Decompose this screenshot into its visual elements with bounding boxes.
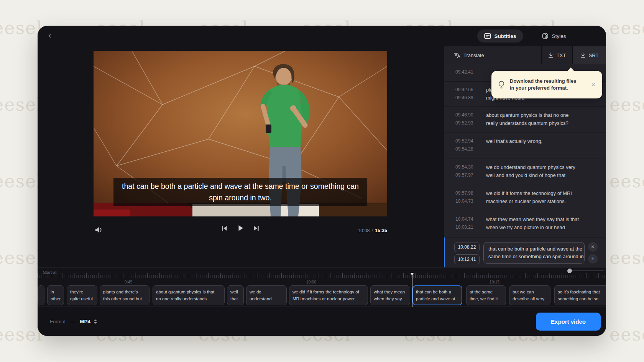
ruler-label: 10:15 <box>490 280 499 284</box>
subtitle-row[interactable]: 09:57.9810:04.73we did if it forms the t… <box>444 185 606 211</box>
lightbulb-icon <box>498 80 505 89</box>
back-button[interactable]: ‹ <box>44 30 55 41</box>
subtitles-sidebar: Subtitles Styles <box>444 26 606 267</box>
download-icon <box>580 52 586 58</box>
watermark-text: eesel <box>0 247 43 268</box>
subtitle-text: well that's actually wrong, <box>486 137 542 159</box>
subtitle-times: 09:52.9409:54.28 <box>455 137 486 159</box>
volume-icon[interactable] <box>94 226 104 234</box>
subtitle-row[interactable]: 09:52.9409:54.28well that's actually wro… <box>444 133 606 159</box>
desktop-background: eeseleeseleeseleeseleeseleeseleeseleesel… <box>0 0 644 362</box>
subtitle-text: we did if it forms the technology of MRI… <box>486 189 572 211</box>
export-video-button[interactable]: Export video <box>536 313 601 331</box>
current-time: 10:08 <box>358 228 370 233</box>
subtitle-toolbar: Translate TXT SRT <box>444 46 606 64</box>
watermark-text: eesel <box>610 171 644 192</box>
watermark-text: eesel <box>0 94 43 115</box>
ruler-label: 10:00 <box>306 280 316 284</box>
watermark-text: eesel <box>0 324 43 345</box>
tooltip-text: Download the resulting files in your pre… <box>510 78 589 92</box>
tooltip-close-button[interactable]: × <box>589 79 598 90</box>
watermark-text: eesel <box>610 94 644 115</box>
time-inputs: 10:08.22 10:12.41 <box>454 242 480 264</box>
styles-icon <box>542 33 549 39</box>
translate-button[interactable]: Translate <box>444 46 541 64</box>
srt-label: SRT <box>589 52 599 58</box>
timeline-segment[interactable]: inother <box>47 285 64 305</box>
total-time: 15:35 <box>375 228 387 233</box>
video-preview[interactable]: that can be both a particle and wave at … <box>94 51 387 216</box>
translate-icon <box>454 52 460 58</box>
playhead[interactable] <box>412 273 412 307</box>
timeline-ruler[interactable] <box>38 273 606 278</box>
subtitle-text-input[interactable]: that can be both a particle and wave at … <box>483 242 585 264</box>
subtitle-input-line-1: that can be both a particle and wave at … <box>488 245 580 253</box>
subtitle-input-line-2: same time or something can spin around i… <box>488 253 580 260</box>
timeline-segment[interactable]: what they meanwhen they say <box>370 285 410 305</box>
tab-subtitles-label: Subtitles <box>495 33 516 39</box>
caption-line-2: spin around in two. <box>122 192 359 203</box>
timeline-segment[interactable]: so it's fascinating thatsomething can be… <box>554 285 606 305</box>
tab-subtitles[interactable]: Subtitles <box>477 29 523 43</box>
timeline-segment[interactable] <box>38 285 44 305</box>
subtitles-icon <box>484 33 491 39</box>
play-icon[interactable] <box>237 224 245 232</box>
timeline-segment[interactable]: wellthat <box>227 285 244 305</box>
timeline-segment[interactable]: we did if it forms the technology ofMRI … <box>289 285 368 305</box>
timeline-segment[interactable]: at the sametime, we find it <box>466 285 506 305</box>
translate-label: Translate <box>463 52 484 58</box>
timeline-segments: inotherthey'requite usefulplants and the… <box>38 285 606 307</box>
timeline-segment[interactable]: we dounderstand <box>246 285 287 305</box>
time-display: 10:08/15:35 <box>358 228 387 233</box>
main-area: ‹ <box>38 26 444 267</box>
format-stepper-icon[interactable] <box>94 319 97 324</box>
previous-icon[interactable] <box>221 225 228 232</box>
timeline: Start at 9:45 10:00 10:15 inotherthey're… <box>38 267 606 306</box>
end-time-input[interactable]: 10:12.41 <box>454 254 480 264</box>
format-select[interactable]: MP4 <box>80 319 90 324</box>
timeline-segment[interactable]: about quantum physics is thatno one real… <box>153 285 225 305</box>
bottom-bar: Format — MP4 Export video <box>38 306 606 336</box>
format-label: Format <box>50 319 66 324</box>
timeline-segment-active[interactable]: that can be both aparticle and wave at <box>412 285 462 305</box>
caption-line-1: that can be both a particle and wave at … <box>122 180 359 192</box>
timeline-zoom-slider[interactable] <box>567 269 605 273</box>
delete-subtitle-button[interactable]: × <box>588 242 598 252</box>
timeline-segment[interactable]: they'requite useful <box>67 285 97 305</box>
sidebar-tabs: Subtitles Styles <box>444 26 606 46</box>
timeline-segment[interactable]: plants and there'sthis other sound but <box>100 285 150 305</box>
subtitle-text: what they mean when they say that is tha… <box>486 215 579 237</box>
transport-controls <box>221 224 260 232</box>
start-time-input[interactable]: 10:08.22 <box>454 242 480 252</box>
watermark-text: eesel <box>0 18 43 38</box>
subtitle-text: we do understand quantum physics verywel… <box>486 163 575 185</box>
subtitle-row-buttons: × + <box>588 242 598 264</box>
download-tooltip: Download the resulting files in your pre… <box>491 71 602 98</box>
subtitle-times: 09:57.9810:04.73 <box>455 189 486 211</box>
next-icon[interactable] <box>253 225 260 232</box>
active-subtitle-row: 10:08.22 10:12.41 that can be both a par… <box>444 237 606 267</box>
add-subtitle-button[interactable]: + <box>588 254 598 264</box>
download-txt-button[interactable]: TXT <box>542 46 572 64</box>
app-window: ‹ <box>38 26 606 336</box>
subtitle-times: 09:46.9009:52.93 <box>455 111 486 133</box>
slider-knob[interactable] <box>567 269 572 273</box>
subtitle-row[interactable]: 09:46.9009:52.93about quantum physics is… <box>444 107 606 133</box>
tab-styles[interactable]: Styles <box>535 29 573 43</box>
subtitle-times: 09:54.3009:57.97 <box>455 163 486 185</box>
timeline-segment[interactable]: but we candescribe all very <box>509 285 550 305</box>
subtitle-row[interactable]: 10:04.7410:08.21what they mean when they… <box>444 211 606 237</box>
slider-track <box>567 270 605 271</box>
video-caption: that can be both a particle and wave at … <box>113 178 367 206</box>
watermark-text: eesel <box>610 324 644 345</box>
subtitle-times: 09:42.6609:46.89 <box>455 86 486 106</box>
download-srt-button[interactable]: SRT <box>573 46 606 64</box>
watermark-text: eesel <box>0 171 43 192</box>
download-icon <box>548 52 554 58</box>
watermark-text: eesel <box>610 18 644 38</box>
tab-styles-label: Styles <box>552 33 566 39</box>
subtitle-times: 09:42.41 <box>455 68 486 81</box>
playhead-handle-icon <box>410 273 414 275</box>
subtitle-row[interactable]: 09:54.3009:57.97we do understand quantum… <box>444 159 606 185</box>
subtitle-times: 10:04.7410:08.21 <box>455 215 486 237</box>
